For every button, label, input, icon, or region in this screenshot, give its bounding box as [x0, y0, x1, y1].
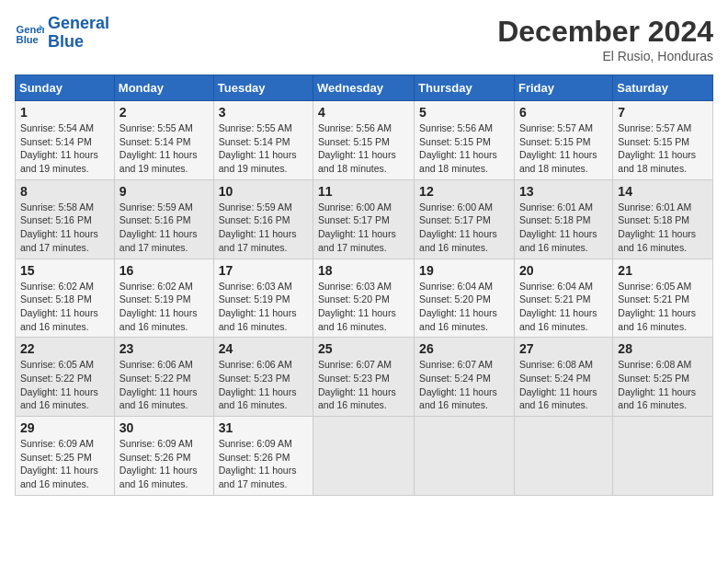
day-info: Sunrise: 6:07 AM Sunset: 5:24 PM Dayligh…: [419, 358, 509, 412]
day-number: 14: [618, 184, 708, 199]
day-cell-1: 1Sunrise: 5:54 AM Sunset: 5:14 PM Daylig…: [16, 101, 115, 180]
calendar-week-2: 8Sunrise: 5:58 AM Sunset: 5:16 PM Daylig…: [16, 179, 713, 259]
day-number: 23: [119, 341, 209, 356]
logo-line2: Blue: [48, 32, 84, 51]
logo-icon: General Blue: [15, 18, 44, 48]
day-info: Sunrise: 6:03 AM Sunset: 5:20 PM Dayligh…: [318, 280, 409, 334]
day-number: 11: [318, 184, 409, 199]
day-cell-22: 22Sunrise: 6:05 AM Sunset: 5:22 PM Dayli…: [16, 338, 115, 417]
calendar-week-4: 22Sunrise: 6:05 AM Sunset: 5:22 PM Dayli…: [16, 338, 713, 417]
day-cell-10: 10Sunrise: 5:59 AM Sunset: 5:16 PM Dayli…: [213, 179, 313, 259]
day-number: 10: [219, 184, 308, 199]
weekday-header-sunday: Sunday: [16, 75, 115, 101]
day-info: Sunrise: 6:01 AM Sunset: 5:18 PM Dayligh…: [618, 201, 708, 255]
day-cell-26: 26Sunrise: 6:07 AM Sunset: 5:24 PM Dayli…: [415, 338, 515, 417]
weekday-header-thursday: Thursday: [415, 75, 515, 101]
day-info: Sunrise: 6:04 AM Sunset: 5:20 PM Dayligh…: [419, 280, 509, 334]
day-cell-8: 8Sunrise: 5:58 AM Sunset: 5:16 PM Daylig…: [16, 179, 115, 259]
calendar-header: SundayMondayTuesdayWednesdayThursdayFrid…: [16, 75, 713, 101]
month-title: December 2024: [497, 15, 713, 49]
day-number: 18: [318, 263, 409, 278]
day-info: Sunrise: 5:55 AM Sunset: 5:14 PM Dayligh…: [219, 121, 308, 176]
weekday-row: SundayMondayTuesdayWednesdayThursdayFrid…: [16, 75, 713, 101]
day-number: 29: [20, 420, 109, 435]
day-info: Sunrise: 6:05 AM Sunset: 5:22 PM Dayligh…: [20, 358, 109, 412]
day-number: 2: [119, 105, 209, 120]
day-number: 8: [20, 184, 109, 199]
empty-cell: [613, 417, 713, 496]
day-number: 16: [119, 263, 209, 278]
empty-cell: [313, 417, 415, 496]
day-info: Sunrise: 6:08 AM Sunset: 5:24 PM Dayligh…: [519, 358, 608, 412]
title-block: December 2024 El Rusio, Honduras: [497, 15, 713, 63]
day-cell-20: 20Sunrise: 6:04 AM Sunset: 5:21 PM Dayli…: [514, 259, 612, 338]
day-number: 7: [618, 105, 708, 120]
day-cell-28: 28Sunrise: 6:08 AM Sunset: 5:25 PM Dayli…: [613, 338, 713, 417]
day-info: Sunrise: 6:02 AM Sunset: 5:18 PM Dayligh…: [20, 280, 109, 334]
day-info: Sunrise: 5:56 AM Sunset: 5:15 PM Dayligh…: [318, 121, 409, 176]
day-cell-3: 3Sunrise: 5:55 AM Sunset: 5:14 PM Daylig…: [213, 101, 313, 180]
weekday-header-monday: Monday: [114, 75, 213, 101]
day-cell-30: 30Sunrise: 6:09 AM Sunset: 5:26 PM Dayli…: [114, 417, 213, 496]
day-number: 28: [618, 341, 708, 356]
day-cell-18: 18Sunrise: 6:03 AM Sunset: 5:20 PM Dayli…: [313, 259, 415, 338]
day-info: Sunrise: 6:07 AM Sunset: 5:23 PM Dayligh…: [318, 358, 409, 412]
empty-cell: [415, 417, 515, 496]
weekday-header-tuesday: Tuesday: [213, 75, 313, 101]
calendar-week-1: 1Sunrise: 5:54 AM Sunset: 5:14 PM Daylig…: [16, 101, 713, 180]
day-cell-2: 2Sunrise: 5:55 AM Sunset: 5:14 PM Daylig…: [114, 101, 213, 180]
day-number: 17: [219, 263, 308, 278]
day-info: Sunrise: 5:57 AM Sunset: 5:15 PM Dayligh…: [618, 121, 708, 176]
logo-line1: General: [48, 14, 109, 32]
day-number: 27: [519, 341, 608, 356]
page-header: General Blue General Blue December 2024 …: [15, 15, 713, 63]
day-info: Sunrise: 5:55 AM Sunset: 5:14 PM Dayligh…: [119, 121, 209, 176]
logo-text: General Blue: [48, 15, 109, 52]
day-cell-12: 12Sunrise: 6:00 AM Sunset: 5:17 PM Dayli…: [415, 179, 515, 259]
day-info: Sunrise: 5:59 AM Sunset: 5:16 PM Dayligh…: [119, 201, 209, 255]
calendar-week-5: 29Sunrise: 6:09 AM Sunset: 5:25 PM Dayli…: [16, 417, 713, 496]
day-cell-5: 5Sunrise: 5:56 AM Sunset: 5:15 PM Daylig…: [415, 101, 515, 180]
day-info: Sunrise: 6:06 AM Sunset: 5:22 PM Dayligh…: [119, 358, 209, 412]
day-cell-6: 6Sunrise: 5:57 AM Sunset: 5:15 PM Daylig…: [514, 101, 612, 180]
day-number: 13: [519, 184, 608, 199]
day-info: Sunrise: 6:00 AM Sunset: 5:17 PM Dayligh…: [419, 201, 509, 255]
day-info: Sunrise: 6:05 AM Sunset: 5:21 PM Dayligh…: [618, 280, 708, 334]
day-info: Sunrise: 5:54 AM Sunset: 5:14 PM Dayligh…: [20, 121, 109, 176]
day-info: Sunrise: 6:06 AM Sunset: 5:23 PM Dayligh…: [219, 358, 308, 412]
day-info: Sunrise: 6:04 AM Sunset: 5:21 PM Dayligh…: [519, 280, 608, 334]
empty-cell: [514, 417, 612, 496]
calendar-table: SundayMondayTuesdayWednesdayThursdayFrid…: [15, 75, 713, 496]
day-number: 1: [20, 105, 109, 120]
day-number: 24: [219, 341, 308, 356]
day-info: Sunrise: 6:01 AM Sunset: 5:18 PM Dayligh…: [519, 201, 608, 255]
day-cell-16: 16Sunrise: 6:02 AM Sunset: 5:19 PM Dayli…: [114, 259, 213, 338]
day-cell-7: 7Sunrise: 5:57 AM Sunset: 5:15 PM Daylig…: [613, 101, 713, 180]
day-cell-24: 24Sunrise: 6:06 AM Sunset: 5:23 PM Dayli…: [213, 338, 313, 417]
day-number: 12: [419, 184, 509, 199]
weekday-header-wednesday: Wednesday: [313, 75, 415, 101]
day-cell-19: 19Sunrise: 6:04 AM Sunset: 5:20 PM Dayli…: [415, 259, 515, 338]
calendar-body: 1Sunrise: 5:54 AM Sunset: 5:14 PM Daylig…: [16, 101, 713, 496]
svg-text:Blue: Blue: [17, 34, 39, 45]
day-info: Sunrise: 5:58 AM Sunset: 5:16 PM Dayligh…: [20, 201, 109, 255]
day-number: 31: [219, 420, 308, 435]
day-number: 30: [119, 420, 209, 435]
day-number: 4: [318, 105, 409, 120]
day-cell-15: 15Sunrise: 6:02 AM Sunset: 5:18 PM Dayli…: [16, 259, 115, 338]
day-number: 22: [20, 341, 109, 356]
day-info: Sunrise: 5:59 AM Sunset: 5:16 PM Dayligh…: [219, 201, 308, 255]
day-number: 20: [519, 263, 608, 278]
day-cell-13: 13Sunrise: 6:01 AM Sunset: 5:18 PM Dayli…: [514, 179, 612, 259]
location-subtitle: El Rusio, Honduras: [497, 49, 713, 63]
day-info: Sunrise: 6:08 AM Sunset: 5:25 PM Dayligh…: [618, 358, 708, 412]
day-cell-31: 31Sunrise: 6:09 AM Sunset: 5:26 PM Dayli…: [213, 417, 313, 496]
day-number: 26: [419, 341, 509, 356]
logo: General Blue General Blue: [15, 15, 109, 52]
day-cell-4: 4Sunrise: 5:56 AM Sunset: 5:15 PM Daylig…: [313, 101, 415, 180]
weekday-header-friday: Friday: [514, 75, 612, 101]
day-info: Sunrise: 6:02 AM Sunset: 5:19 PM Dayligh…: [119, 280, 209, 334]
day-cell-11: 11Sunrise: 6:00 AM Sunset: 5:17 PM Dayli…: [313, 179, 415, 259]
day-info: Sunrise: 5:57 AM Sunset: 5:15 PM Dayligh…: [519, 121, 608, 176]
day-cell-9: 9Sunrise: 5:59 AM Sunset: 5:16 PM Daylig…: [114, 179, 213, 259]
